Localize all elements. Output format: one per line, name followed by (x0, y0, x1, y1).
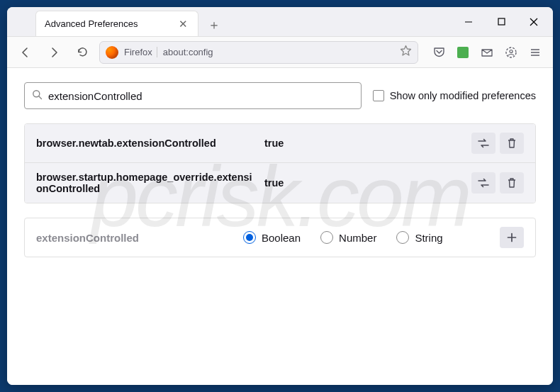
extension-icon[interactable] (452, 42, 474, 63)
svg-line-10 (39, 96, 42, 99)
delete-button[interactable] (500, 172, 524, 194)
pref-name: browser.newtab.extensionControlled (36, 138, 256, 149)
add-pref-block: extensionControlled Boolean Number Strin… (24, 218, 536, 257)
table-row: browser.newtab.extensionControlled true (25, 124, 535, 163)
pref-actions (471, 133, 524, 154)
toggle-button[interactable] (471, 133, 495, 154)
firefox-logo-icon (106, 46, 118, 59)
modified-only-toggle[interactable]: Show only modified preferences (373, 90, 536, 101)
close-icon[interactable]: ✕ (177, 18, 189, 30)
add-button[interactable] (500, 227, 524, 248)
toolbar: Firefox about:config (7, 37, 553, 68)
about-config-content: Show only modified preferences browser.n… (7, 68, 553, 385)
bookmark-star-icon[interactable] (400, 45, 412, 60)
add-pref-name: extensionControlled (36, 232, 235, 244)
account-icon[interactable] (500, 42, 522, 63)
radio-icon (243, 231, 256, 244)
radio-icon (396, 231, 409, 244)
radio-label: String (415, 232, 442, 244)
new-tab-button[interactable]: ＋ (203, 13, 225, 36)
search-box[interactable] (24, 82, 362, 109)
browser-window: Advanced Preferences ✕ ＋ (7, 7, 553, 385)
prefs-list: browser.newtab.extensionControlled true … (24, 123, 536, 203)
titlebar: Advanced Preferences ✕ ＋ (7, 7, 553, 37)
minimize-button[interactable] (452, 7, 485, 37)
delete-button[interactable] (500, 133, 524, 154)
type-radio-group: Boolean Number String (243, 231, 491, 244)
back-button[interactable] (14, 41, 37, 64)
forward-button[interactable] (43, 41, 65, 64)
pref-name: browser.startup.homepage_override.extens… (36, 172, 256, 194)
maximize-button[interactable] (485, 7, 517, 37)
close-button[interactable] (517, 7, 550, 37)
toggle-button[interactable] (471, 172, 495, 194)
address-bar[interactable]: Firefox about:config (99, 41, 418, 64)
radio-label: Number (339, 232, 376, 244)
radio-label: Boolean (262, 232, 301, 244)
brand-label: Firefox (124, 47, 157, 57)
add-pref-row: extensionControlled Boolean Number Strin… (25, 218, 535, 257)
search-icon (32, 89, 43, 103)
search-input[interactable] (48, 90, 354, 102)
tab-strip: Advanced Preferences ✕ ＋ (7, 7, 452, 36)
tab-active[interactable]: Advanced Preferences ✕ (35, 11, 198, 36)
pref-value: true (264, 177, 463, 189)
toolbar-actions (424, 42, 546, 63)
menu-icon[interactable] (525, 42, 546, 63)
pref-actions (471, 172, 524, 194)
mail-icon[interactable] (476, 42, 498, 63)
search-row: Show only modified preferences (24, 82, 536, 109)
pocket-icon[interactable] (428, 42, 449, 63)
radio-number[interactable]: Number (320, 231, 376, 244)
svg-point-5 (510, 50, 513, 52)
checkbox-icon (373, 90, 384, 101)
svg-rect-1 (498, 18, 505, 25)
radio-string[interactable]: String (396, 231, 442, 244)
tab-title: Advanced Preferences (45, 18, 177, 29)
reload-button[interactable] (71, 41, 94, 64)
radio-icon (320, 231, 333, 244)
radio-boolean[interactable]: Boolean (243, 231, 301, 244)
window-controls (452, 7, 553, 37)
url-text: about:config (163, 47, 394, 57)
modified-only-label: Show only modified preferences (390, 90, 536, 101)
pref-value: true (264, 138, 463, 149)
table-row: browser.startup.homepage_override.extens… (25, 163, 535, 203)
